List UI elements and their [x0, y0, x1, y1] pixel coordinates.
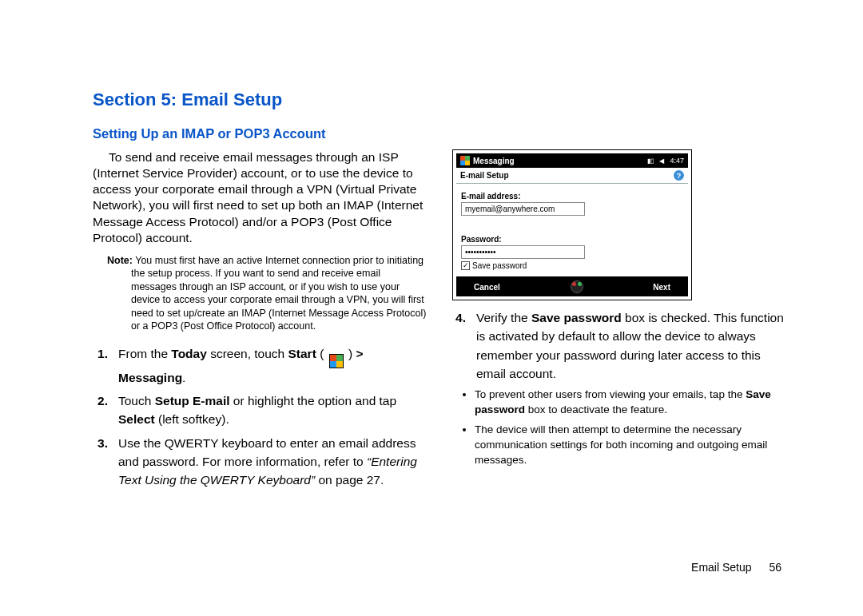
help-icon: ? [674, 170, 684, 181]
step-2: Touch Setup E-mail or highlight the opti… [93, 391, 428, 429]
center-button-icon[interactable] [571, 280, 583, 293]
speaker-icon: ◀ [659, 157, 664, 165]
device-screenshot: Messaging ▮▯ ◀ 4:47 E-mail Setup ? E-mai… [452, 149, 692, 300]
step-3: Use the QWERTY keyboard to enter an emai… [93, 434, 428, 490]
footer-label: Email Setup [691, 561, 751, 574]
shot-clock: 4:47 [670, 157, 684, 165]
section-title: Section 5: Email Setup [93, 89, 787, 110]
save-password-checkbox[interactable]: ✓ [461, 261, 470, 270]
signal-icon: ▮▯ [647, 157, 654, 165]
page-number: 56 [769, 561, 781, 574]
next-button[interactable]: Next [653, 283, 670, 292]
email-input[interactable] [461, 202, 585, 216]
step-1: From the Today screen, touch Start ( ) >… [93, 344, 428, 387]
email-label: E-mail address: [461, 192, 683, 201]
note-text: You must first have an active Internet c… [131, 255, 426, 332]
windows-flag-icon [460, 156, 470, 165]
step-4: Verify the Save password box is checked.… [451, 308, 786, 383]
sub-title: Setting Up an IMAP or POP3 Account [93, 126, 787, 141]
windows-start-icon [329, 354, 344, 368]
note-label: Note: [107, 255, 133, 266]
intro-paragraph: To send and receive email messages throu… [93, 149, 428, 246]
bullet-2: The device will then attempt to determin… [475, 423, 786, 468]
shot-subheader: E-mail Setup [460, 171, 509, 180]
page-footer: Email Setup 56 [691, 561, 781, 574]
password-input[interactable] [461, 245, 585, 259]
cancel-button[interactable]: Cancel [474, 283, 500, 292]
shot-app-title: Messaging [473, 157, 644, 165]
note-block: Note: You must first have an active Inte… [93, 254, 428, 333]
save-password-label: Save password [472, 261, 527, 270]
bullet-1: To prevent other users from viewing your… [475, 387, 786, 418]
password-label: Password: [461, 235, 683, 244]
